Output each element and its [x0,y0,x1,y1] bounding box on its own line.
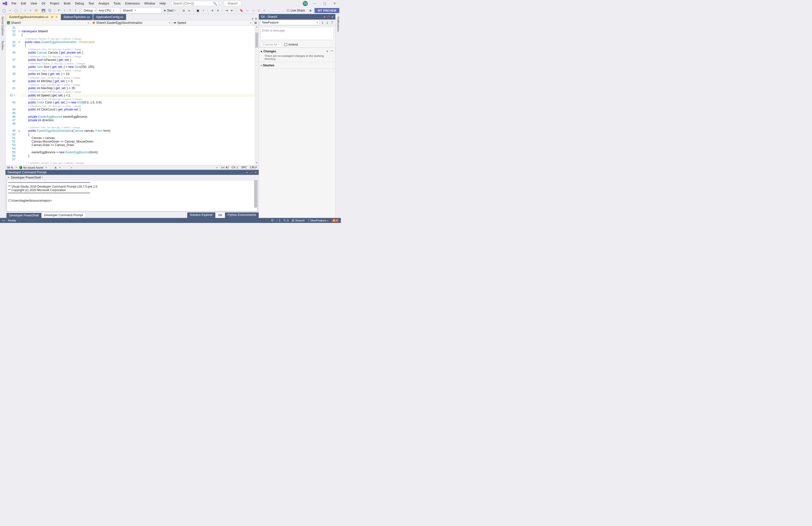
stashes-header[interactable]: ▸ Stashes [261,64,333,67]
step-over-icon[interactable]: ⤼ [187,8,191,13]
tab-toolbox[interactable]: Toolbox [1,40,5,51]
menu-test[interactable]: Test [86,1,96,6]
config-combo[interactable]: Debug▾ [82,8,96,13]
tab-notifications[interactable]: Notifications [336,16,340,33]
outdent-icon[interactable]: ⇤ [230,8,234,13]
status-notifications[interactable]: 🔔8 [331,219,339,222]
nav-project[interactable]: C# ShareX▾ [5,20,91,25]
toolbar-overflow-icon[interactable]: ▾ [262,8,266,13]
new-dd-icon[interactable]: ▾ [28,8,33,13]
terminal-selector[interactable]: Developer PowerShell [11,176,41,179]
feedback-icon[interactable]: ☻ [309,9,312,12]
code-editor[interactable]: 313233343536373839404142✎434445464748495… [5,26,259,165]
status-repo[interactable]: ⊟ShareX [292,219,305,222]
menu-extensions[interactable]: Extensions [123,1,142,6]
zoom-level[interactable]: 99 % [7,166,13,169]
tabwell-settings-icon[interactable]: ⚙ [255,17,257,20]
hscroll-left-icon[interactable]: ◂ [70,166,72,169]
browse-dd-icon[interactable]: ▾ [201,8,206,13]
btab-python-environments[interactable]: Python Environments [225,212,259,218]
terminal-selector-dd-icon[interactable]: ▾ [42,176,43,179]
menu-window[interactable]: Window [142,1,157,6]
status-pending[interactable]: ✎0 [284,219,288,222]
close-button[interactable]: ✕ [331,2,338,5]
menu-analyze[interactable]: Analyze [97,1,111,6]
terminal-body[interactable]: ****************************************… [6,180,258,211]
open-file-icon[interactable]: 📂 [34,8,40,13]
menu-tools[interactable]: Tools [112,1,122,6]
maximize-button[interactable]: ▢ [321,2,328,5]
pull-icon[interactable]: ⭳ [326,20,329,24]
btab-developer-powershell[interactable]: Developer PowerShell [6,213,41,218]
undo-icon[interactable]: ↶ [57,8,61,13]
hscroll-right-icon[interactable]: ▸ [217,166,218,169]
start-button[interactable]: ▶ Start ▾ [163,8,177,13]
status-branch[interactable]: ᛘNewFeature▴ [308,219,328,222]
doctab-eastereggaboutanimation[interactable]: EasterEggAboutAnimation.cs 📌 ✕ [6,14,60,20]
scroll-thumb[interactable] [256,33,258,48]
panel-dropdown-icon[interactable]: ▾ [246,171,248,174]
changes-header[interactable]: ◣ Changes ＋ ⋯ [261,49,333,54]
new-project-icon[interactable]: ✧ [23,8,27,13]
codelens-up-icon[interactable]: ⮝ [54,166,57,169]
menu-view[interactable]: View [29,1,39,6]
nav-fwd-icon[interactable]: ◯ [13,8,18,13]
panel-close-icon[interactable]: ✕ [255,171,257,174]
status-outgoing[interactable]: ↑1 [276,219,280,222]
indent-indicator[interactable]: SPC [241,166,247,169]
comment-icon[interactable]: ≡ [210,8,215,13]
panel-pin-icon[interactable]: 📌 [250,171,252,174]
indent-icon[interactable]: ⇥ [224,8,229,13]
search-input[interactable]: Search (Ctrl+Q) 🔍 [171,1,219,6]
panel-close-icon[interactable]: ✕ [331,16,333,18]
amend-checkbox[interactable]: Amend [284,43,298,46]
panel-dropdown-icon[interactable]: ▾ [324,16,325,18]
push-icon[interactable]: ⭱ [331,20,334,24]
menu-help[interactable]: Help [158,1,168,6]
undo-dd-icon[interactable]: ▾ [62,8,67,13]
liveshare-button[interactable]: ⮹ Live Share [285,8,306,13]
nav-back-dd-icon[interactable]: ▾ [8,8,12,13]
pin-icon[interactable]: 📌 [50,16,53,18]
more-icon[interactable]: ⋯ [330,49,333,54]
redo-dd-icon[interactable]: ▾ [73,8,78,13]
bm-next-icon[interactable]: ⇢ [251,8,256,13]
vertical-scrollbar[interactable]: ▴ ▾ [255,26,259,165]
redo-icon[interactable]: ↷ [68,8,72,13]
nav-split-icon[interactable]: ⊞ [253,20,259,25]
solution-selector[interactable]: ShareX [224,1,241,6]
menu-git[interactable]: Git [40,1,47,6]
fold-gutter[interactable]: ⊟⊟⊟⊟ [17,26,21,165]
commit-message-input[interactable]: Enter a message [260,27,334,40]
issues-indicator[interactable]: ✓ No issues found [19,166,43,169]
save-all-icon[interactable]: ⿻ [47,8,53,13]
bm-prev-icon[interactable]: ⇠ [245,8,250,13]
btab-developer-command-prompt[interactable]: Developer Command Prompt [41,212,86,218]
btab-solution-explorer[interactable]: Solution Explorer [187,212,215,218]
bm-clear-icon[interactable]: ⊘ [256,8,261,13]
save-icon[interactable]: 💾 [41,8,46,13]
minimize-button[interactable]: — [311,2,318,5]
step-into-icon[interactable]: ⇲ [181,8,186,13]
menu-project[interactable]: Project [48,1,61,6]
menu-debug[interactable]: Debug [73,1,86,6]
nav-member[interactable]: Speed▾ [172,20,253,25]
btab-git[interactable]: Git [216,212,225,218]
menu-file[interactable]: File [10,1,18,6]
tabwell-dropdown-icon[interactable]: ▾ [252,17,253,20]
code-body[interactable]: namespace ShareX{ 3 references | Taysser… [21,26,255,165]
tab-server-explorer[interactable]: Server Explorer [1,16,5,36]
doctab-applicationconfig[interactable]: ApplicationConfig.cs [93,14,126,20]
close-icon[interactable]: ✕ [55,16,58,19]
menu-edit[interactable]: Edit [19,1,28,6]
add-terminal-icon[interactable]: ＋ [7,175,10,180]
menu-build[interactable]: Build [62,1,73,6]
stage-all-icon[interactable]: ＋ [326,49,329,54]
panel-pin-icon[interactable]: 📌 [327,16,330,18]
eol-indicator[interactable]: CRLF [250,166,257,169]
bookmark-icon[interactable]: 🔖 [238,8,244,13]
nav-back-icon[interactable]: ◯ [1,8,7,13]
status-sync[interactable]: ⟲ [271,219,273,222]
commit-button[interactable]: Commit All▾ [260,42,282,47]
terminal-scrollbar[interactable] [254,180,257,208]
